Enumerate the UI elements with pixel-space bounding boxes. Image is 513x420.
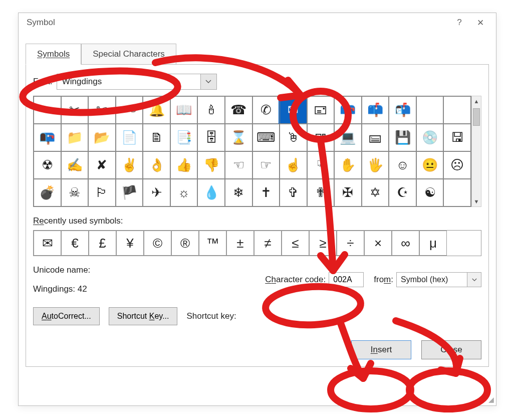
symbol-cell[interactable]: ☠ (61, 179, 89, 206)
symbol-cell[interactable]: 📫 (362, 96, 389, 124)
symbol-cell[interactable]: 🖫 (443, 124, 471, 151)
resize-grip-icon[interactable]: ◢ (488, 395, 494, 403)
symbol-cell[interactable]: ☺ (389, 151, 416, 179)
recent-symbol-cell[interactable]: ≥ (309, 231, 337, 256)
recent-symbol-cell[interactable]: ÷ (337, 231, 364, 256)
symbol-cell[interactable]: 🖃 (307, 96, 335, 124)
symbol-cell[interactable]: ☎ (225, 96, 252, 124)
from-label: from: (374, 275, 393, 285)
symbol-cell[interactable]: 👌 (143, 151, 170, 179)
symbol-cell[interactable]: ✠ (334, 179, 362, 206)
symbol-cell[interactable]: ✆ (252, 96, 280, 124)
symbol-cell[interactable]: ☜ (225, 151, 252, 179)
symbol-cell[interactable]: 👓 (116, 96, 143, 124)
from-dropdown[interactable]: Symbol (hex) (396, 272, 481, 287)
symbol-cell[interactable]: 🗎 (143, 124, 170, 151)
symbol-cell[interactable]: ✉ (280, 96, 307, 124)
symbol-cell[interactable]: 📂 (88, 124, 116, 151)
symbol-cell[interactable]: ✞ (280, 179, 307, 206)
symbol-cell[interactable]: 💣 (34, 179, 61, 206)
symbol-cell[interactable]: 😐 (416, 151, 444, 179)
symbol-cell[interactable]: ☝ (280, 151, 307, 179)
recent-symbol-cell[interactable]: ± (226, 231, 254, 256)
symbol-cell[interactable]: 🕯 (197, 96, 225, 124)
symbol-cell[interactable]: 💻 (334, 124, 362, 151)
scrollbar[interactable]: ▲ ▼ (471, 96, 481, 207)
symbol-cell[interactable]: ☹ (443, 151, 471, 179)
recent-symbol-cell[interactable]: ✉ (34, 231, 61, 256)
symbol-cell[interactable]: 📭 (34, 124, 61, 151)
symbol-cell[interactable]: ✡ (362, 179, 389, 206)
symbol-cell[interactable]: 🖰 (280, 124, 307, 151)
symbol-cell[interactable]: ✋ (334, 151, 362, 179)
symbol-cell[interactable] (443, 179, 471, 206)
symbol-cell[interactable]: 💿 (416, 124, 444, 151)
symbol-cell[interactable]: ✝ (252, 179, 280, 206)
symbol-cell[interactable]: 💧 (197, 179, 225, 206)
symbol-cell[interactable]: ☪ (389, 179, 416, 206)
recent-symbol-cell[interactable]: ≤ (282, 231, 309, 256)
font-value: Wingdings (57, 77, 200, 87)
recent-symbol-cell[interactable]: £ (89, 231, 116, 256)
scroll-up-icon[interactable]: ▲ (472, 96, 481, 106)
scroll-down-icon[interactable]: ▼ (472, 196, 481, 206)
symbol-cell[interactable]: 📪 (334, 96, 362, 124)
symbol-cell[interactable]: ☞ (252, 151, 280, 179)
symbol-cell[interactable]: ☯ (416, 179, 444, 206)
symbol-cell[interactable]: ⌛ (225, 124, 252, 151)
shortcut-key-button[interactable]: Shortcut Key... (109, 307, 178, 325)
recent-symbol-cell[interactable]: ≠ (254, 231, 282, 256)
recent-symbol-cell[interactable]: ® (171, 231, 199, 256)
symbol-cell[interactable]: ❄ (225, 179, 252, 206)
symbol-cell[interactable]: ☟ (307, 151, 335, 179)
symbol-cell[interactable]: 📄 (116, 124, 143, 151)
tab-symbols[interactable]: Symbols (26, 44, 81, 65)
symbol-cell[interactable]: ✘ (88, 151, 116, 179)
symbol-cell[interactable]: 👍 (170, 151, 198, 179)
tab-special-characters[interactable]: Special Characters (81, 44, 176, 65)
recent-symbol-cell[interactable]: μ (419, 231, 447, 256)
symbol-cell[interactable]: 🔔 (143, 96, 170, 124)
recent-symbol-cell[interactable]: × (364, 231, 392, 256)
symbol-cell[interactable]: ✏ (34, 96, 61, 124)
recent-symbol-cell[interactable]: ∞ (392, 231, 419, 256)
help-button[interactable]: ? (449, 18, 470, 28)
autocorrect-button[interactable]: AutoCorrect... (33, 307, 100, 325)
recent-symbols-grid[interactable]: ✉€£¥©®™±≠≤≥÷×∞μ (33, 230, 481, 256)
symbol-cell[interactable]: 👎 (197, 151, 225, 179)
symbol-cell[interactable]: 🖳 (307, 124, 335, 151)
symbol-cell[interactable]: 📁 (61, 124, 89, 151)
symbol-cell[interactable] (443, 96, 471, 124)
symbol-cell[interactable]: ✌ (116, 151, 143, 179)
font-dropdown[interactable]: Wingdings (57, 74, 217, 90)
symbol-cell[interactable]: 🖐 (362, 151, 389, 179)
symbol-cell[interactable] (416, 96, 444, 124)
character-code-input[interactable] (329, 272, 364, 287)
symbol-cell[interactable]: ✄ (88, 96, 116, 124)
symbol-cell[interactable]: 🏴 (116, 179, 143, 206)
symbol-cell[interactable]: 🏳 (88, 179, 116, 206)
symbol-cell[interactable]: ✂ (61, 96, 89, 124)
symbol-cell[interactable]: ⌨ (252, 124, 280, 151)
symbol-cell[interactable]: 📬 (389, 96, 416, 124)
close-button[interactable]: Close (421, 340, 481, 359)
symbols-grid[interactable]: ✏✂✄👓🔔📖🕯☎✆✉🖃📪📫📬📭📁📂📄🗎📑🗄⌛⌨🖰🖳💻🖴💾💿🖫☢✍✘✌👌👍👎☜☞☝… (33, 96, 471, 207)
symbol-cell[interactable]: ☢ (34, 151, 61, 179)
symbol-cell[interactable]: 🗄 (197, 124, 225, 151)
recent-symbol-cell[interactable]: © (144, 231, 171, 256)
recent-symbol-cell[interactable]: € (61, 231, 89, 256)
symbol-cell[interactable]: 📖 (170, 96, 198, 124)
symbol-cell[interactable]: ✍ (61, 151, 89, 179)
scroll-thumb[interactable] (473, 108, 480, 126)
symbol-cell[interactable]: 📑 (170, 124, 198, 151)
symbol-cell[interactable]: 💾 (389, 124, 416, 151)
chevron-down-icon (467, 273, 481, 287)
close-window-button[interactable]: ✕ (470, 18, 491, 28)
insert-button[interactable]: Insert (351, 340, 411, 359)
symbol-cell[interactable]: ☼ (170, 179, 198, 206)
symbol-cell[interactable]: ✟ (307, 179, 335, 206)
symbol-cell[interactable]: 🖴 (362, 124, 389, 151)
recent-symbol-cell[interactable]: ¥ (116, 231, 144, 256)
symbol-cell[interactable]: ✈ (143, 179, 170, 206)
recent-symbol-cell[interactable]: ™ (199, 231, 226, 256)
